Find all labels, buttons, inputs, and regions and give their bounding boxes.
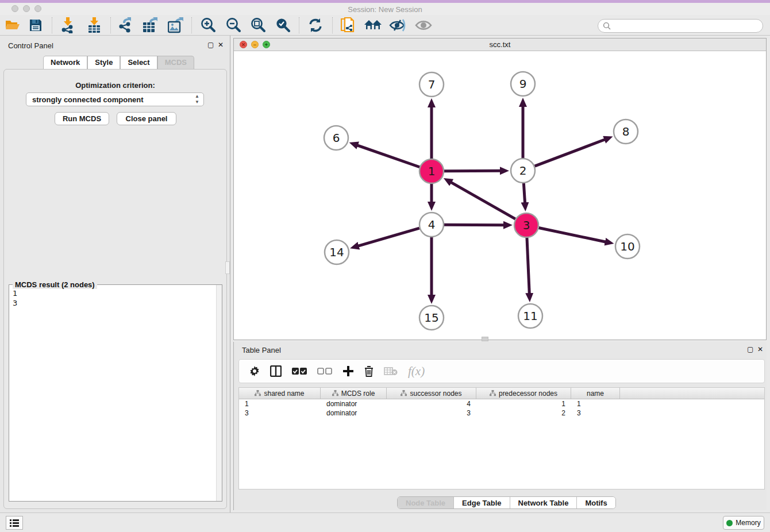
node-label-14: 14 [329, 245, 344, 259]
table-header-row: shared nameMCDS rolesuccessor nodesprede… [239, 388, 764, 399]
table-cell[interactable]: dominator [321, 408, 387, 418]
edge-3-1[interactable] [451, 182, 515, 219]
control-panel-tabs: NetworkStyleSelectMCDS [43, 56, 194, 69]
toolbar-separator [332, 17, 333, 33]
edge-3-11[interactable] [527, 238, 529, 294]
save-icon[interactable] [25, 16, 46, 34]
table-row[interactable]: 1dominator411 [239, 399, 764, 408]
tab-style[interactable]: Style [87, 56, 120, 69]
edge-1-2[interactable] [444, 171, 501, 171]
close-panel-button[interactable]: Close panel [117, 112, 176, 125]
table-row[interactable]: 3dominator323 [239, 408, 764, 418]
edge-2-8[interactable] [535, 139, 606, 166]
chevron-up-down-icon: ▲▼ [195, 94, 199, 105]
network-window-title: scc.txt [234, 40, 766, 49]
edge-3-10[interactable] [539, 228, 606, 242]
memory-status-icon [726, 520, 733, 526]
table-cell[interactable]: 1 [476, 399, 571, 408]
network-canvas[interactable]: 7968124314101511 [234, 51, 766, 340]
zoom-out-icon[interactable] [223, 16, 244, 34]
close-icon[interactable]: ✕ [218, 41, 224, 49]
export-network-icon[interactable] [115, 16, 136, 34]
edge-4-3[interactable] [444, 225, 505, 225]
toolbar-separator [52, 17, 52, 33]
table-cell[interactable]: 3 [571, 408, 620, 418]
float-icon[interactable]: ▢ [207, 41, 214, 49]
import-table-icon[interactable] [84, 16, 105, 34]
tab-mcds[interactable]: MCDS [157, 56, 194, 69]
optimization-criterion-label: Optimization criterion: [4, 81, 226, 90]
refresh-icon[interactable] [305, 16, 326, 34]
column-header-MCDS-role[interactable]: MCDS role [321, 388, 387, 399]
show-panel-icon[interactable] [413, 16, 434, 34]
edge-2-3[interactable] [523, 183, 525, 203]
node-label-7: 7 [428, 78, 436, 91]
tab-node-table[interactable]: Node Table [398, 497, 454, 508]
export-image-icon[interactable] [165, 16, 186, 34]
column-layout-icon[interactable] [270, 365, 282, 377]
memory-button[interactable]: Memory [723, 516, 764, 530]
network-view-window: ✕ − + scc.txt 7968124314101511 [233, 38, 767, 340]
tab-network-table[interactable]: Network Table [510, 497, 578, 508]
optimization-criterion-dropdown[interactable]: strongly connected component ▲▼ [26, 92, 204, 106]
table-body: 1dominator4113dominator323 [239, 399, 764, 418]
table-cell[interactable]: 2 [476, 408, 571, 418]
table-panel-title: Table Panel [242, 346, 281, 354]
tab-motifs[interactable]: Motifs [577, 497, 615, 508]
function-builder-icon: f(x) [408, 364, 425, 379]
gear-icon[interactable] [249, 366, 260, 376]
zoom-selected-icon[interactable] [272, 16, 293, 34]
horizontal-splitter-handle[interactable] [482, 337, 488, 341]
float-icon[interactable]: ▢ [747, 345, 753, 353]
edge-4-14[interactable] [357, 228, 419, 246]
control-panel: Control Panel ▢ ✕ NetworkStyleSelectMCDS… [0, 36, 230, 512]
mcds-result-text: 1 3 [13, 288, 17, 308]
vertical-splitter-handle[interactable] [225, 261, 230, 274]
node-label-3: 3 [523, 218, 530, 232]
hierarchy-icon [332, 390, 338, 396]
zoom-in-icon[interactable] [198, 16, 218, 34]
table-cell[interactable]: 1 [571, 399, 620, 408]
mcds-documents-icon[interactable] [338, 16, 359, 34]
column-header-successor-nodes[interactable]: successor nodes [387, 388, 476, 399]
search-icon [603, 22, 611, 30]
search-input[interactable] [598, 19, 763, 33]
column-header-predecessor-nodes[interactable]: predecessor nodes [476, 388, 571, 399]
export-table-icon[interactable] [140, 16, 161, 34]
delete-icon[interactable] [364, 366, 374, 377]
window-title: Session: New Session [0, 5, 770, 14]
node-label-2: 2 [519, 164, 527, 178]
column-header-name[interactable]: name [571, 388, 620, 399]
node-label-15: 15 [424, 311, 438, 325]
task-history-button[interactable] [6, 516, 23, 530]
zoom-fit-icon[interactable] [248, 16, 268, 34]
result-scrollbar[interactable] [216, 285, 222, 501]
table-cell[interactable]: 1 [239, 399, 321, 408]
table-cell[interactable]: dominator [321, 399, 387, 408]
table-cell[interactable]: 3 [387, 408, 476, 418]
hide-panel-icon[interactable] [387, 16, 408, 34]
hierarchy-icon [255, 390, 261, 396]
node-label-8: 8 [622, 125, 630, 138]
node-table[interactable]: shared nameMCDS rolesuccessor nodesprede… [238, 387, 765, 489]
open-folder-icon[interactable] [2, 16, 23, 34]
hierarchy-icon [401, 390, 407, 396]
add-column-icon[interactable] [342, 365, 354, 377]
mcds-result-title: MCDS result (2 nodes) [13, 280, 97, 289]
home-network-icon[interactable] [363, 16, 383, 34]
tab-select[interactable]: Select [120, 56, 157, 69]
import-network-icon[interactable] [57, 16, 78, 34]
table-cell[interactable]: 3 [239, 408, 321, 418]
tab-edge-table[interactable]: Edge Table [454, 497, 510, 508]
toolbar-separator [191, 17, 192, 33]
run-mcds-button[interactable]: Run MCDS [55, 112, 109, 125]
close-icon[interactable]: ✕ [757, 345, 763, 353]
tab-network[interactable]: Network [43, 56, 87, 69]
select-all-icon[interactable] [292, 367, 307, 375]
node-label-4: 4 [428, 218, 436, 232]
column-header-shared-name[interactable]: shared name [239, 388, 321, 399]
edge-1-6[interactable] [357, 145, 419, 167]
network-window-titlebar[interactable]: ✕ − + scc.txt [234, 38, 766, 51]
deselect-all-icon[interactable] [317, 367, 332, 375]
table-cell[interactable]: 4 [387, 399, 476, 408]
